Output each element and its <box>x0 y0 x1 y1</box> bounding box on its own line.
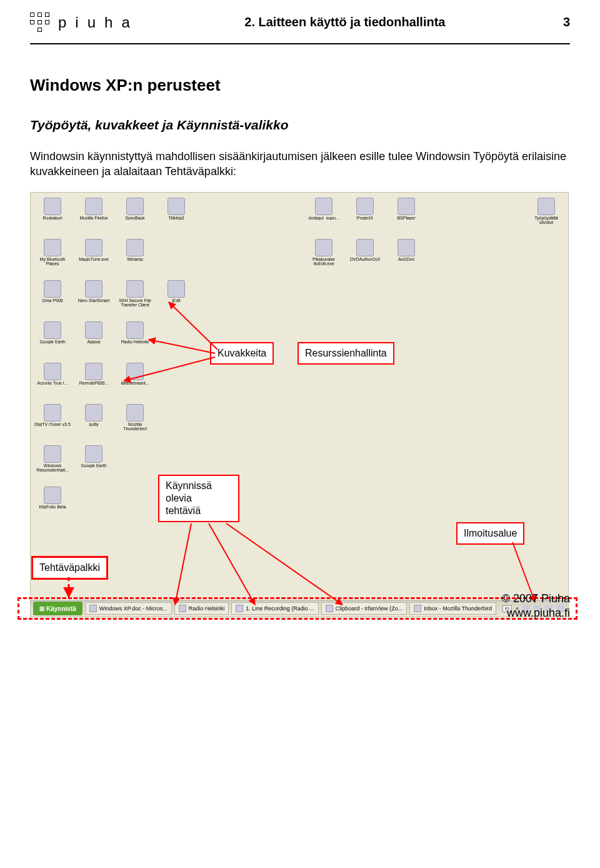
desktop-icon[interactable]: Roskakori <box>34 198 71 231</box>
taskbar-item-label: Clipboard - IrfanView (Zo... <box>336 605 402 612</box>
header-divider <box>30 43 570 44</box>
desktop-icon-label: Acronis True I... <box>37 381 68 385</box>
desktop-icon[interactable]: Pikakuvake IfoEdit.exe <box>306 239 342 273</box>
desktop-icon[interactable]: BSPlayer <box>388 198 424 231</box>
desktop-icon[interactable]: Oma P900 <box>34 280 71 314</box>
desktop-icon-label: Tilikirja3 <box>168 216 184 220</box>
app-icon <box>44 280 61 298</box>
desktop-icon-label: KlipFolio Beta <box>39 505 66 509</box>
app-icon <box>85 198 102 215</box>
desktop-icon-label: SyncBack <box>125 216 144 220</box>
page-heading: Windows XP:n perusteet <box>30 76 570 95</box>
desktop-icon-label: Avi2Dvd <box>398 257 414 261</box>
desktop-icon-label: BSPlayer <box>397 216 415 220</box>
app-icon <box>85 321 102 339</box>
desktop-icon-label: Google Earth <box>81 463 106 468</box>
app-icon <box>168 280 185 298</box>
taskbar-item-icon <box>414 605 421 612</box>
desktop-icon[interactable]: RemoteP800... <box>76 363 112 396</box>
taskbar-item[interactable]: Windows XP.doc - Micros... <box>85 602 172 615</box>
desktop-icon[interactable]: Windows Resurssienhall... <box>34 445 71 479</box>
desktop-icon[interactable]: ProjectX <box>347 198 383 231</box>
desktop-icon[interactable]: putty <box>76 404 112 438</box>
app-icon <box>85 404 102 421</box>
desktop-icon-label: My Bluetooth Places <box>34 257 71 266</box>
desktop-icon[interactable]: KlipFolio Beta <box>34 487 71 520</box>
desktop-icon-label: Nero StartSmart <box>78 298 110 303</box>
app-icon <box>126 404 144 421</box>
callout-taskbar: Tehtäväpalkki <box>31 556 108 580</box>
callout-explorer: Resurssienhallinta <box>298 342 394 365</box>
desktop-icon[interactable]: DVDAuthorGUI <box>347 239 383 273</box>
desktop-icon-label: laitetietokant... <box>121 381 149 385</box>
taskbar-item-icon <box>326 605 333 612</box>
desktop-icon-label: RemoteP800... <box>79 381 109 385</box>
desktop-icon-label: ProjectX <box>357 216 373 220</box>
app-icon <box>44 363 61 380</box>
app-icon <box>398 239 415 256</box>
desktop-icon[interactable]: Avi2Dvd <box>388 239 424 273</box>
app-icon <box>44 239 61 256</box>
desktop-icon-label: Mozilla Thunderbird <box>117 422 153 431</box>
desktop-icon[interactable]: My Bluetooth Places <box>34 239 71 273</box>
start-button[interactable]: ⊞ Käynnistä <box>33 602 82 615</box>
desktop-icon-label: Roskakori <box>42 216 62 220</box>
taskbar-item-label: 1. Line Recording (Radio ... <box>246 605 314 612</box>
desktop-icon[interactable]: Acronis True I... <box>34 363 71 396</box>
desktop-icon-label: Apassi <box>87 340 100 344</box>
logo-squares-icon <box>30 13 49 32</box>
app-icon <box>356 198 374 215</box>
desktop-icon[interactable]: Apassi <box>76 321 112 355</box>
windows-logo-icon: ⊞ <box>39 605 44 612</box>
app-icon <box>44 198 61 215</box>
desktop-icon[interactable]: DigiTV iTuner v3.5 <box>34 404 71 438</box>
page-number: 3 <box>551 15 570 29</box>
desktop-icon-label: putty <box>89 422 98 426</box>
taskbar-item[interactable]: Inbox - Mozilla Thunderbird <box>409 602 496 615</box>
taskbar-item-icon <box>236 605 243 612</box>
app-icon <box>44 321 61 339</box>
desktop-icon[interactable]: Radio Helsinki <box>117 321 153 355</box>
windows-taskbar: ⊞ Käynnistä Windows XP.doc - Micros...Ra… <box>31 600 568 617</box>
desktop-icon[interactable]: Tilikirja3 <box>158 198 194 231</box>
taskbar-item[interactable]: Radio Helsinki <box>174 602 229 615</box>
desktop-icon[interactable]: Winamp <box>117 239 153 273</box>
app-icon <box>85 445 102 463</box>
desktop-icon[interactable]: Mozilla Firefox <box>76 198 112 231</box>
taskbar-item-label: Radio Helsinki <box>189 605 225 612</box>
app-icon <box>44 487 61 504</box>
desktop-icon[interactable]: Työpöydältä siivotut <box>528 198 564 231</box>
desktop-icon[interactable]: Nero StartSmart <box>76 280 112 314</box>
desktop-icon[interactable]: SSH Secure File Transfer Client <box>117 280 153 314</box>
desktop-icon[interactable]: dvdagui_supo... <box>306 198 342 231</box>
desktop-icon[interactable]: SyncBack <box>117 198 153 231</box>
desktop-icon[interactable]: Google Earth <box>34 321 71 355</box>
desktop-icon-label: Google Earth <box>39 340 65 344</box>
taskbar-item[interactable]: Clipboard - IrfanView (Zo... <box>321 602 407 615</box>
desktop-icon[interactable]: jEdit <box>158 280 194 314</box>
app-icon <box>126 363 144 380</box>
app-icon <box>126 280 144 298</box>
app-icon <box>356 239 374 256</box>
desktop-icon[interactable]: MagicTune.exe <box>76 239 112 273</box>
app-icon <box>168 198 185 215</box>
taskbar-item-icon <box>89 605 97 612</box>
app-icon <box>126 198 144 215</box>
desktop-icon-label: Winamp <box>127 257 143 261</box>
desktop-icon[interactable]: laitetietokant... <box>117 363 153 396</box>
desktop-icon[interactable]: Mozilla Thunderbird <box>117 404 153 438</box>
app-icon <box>315 198 332 215</box>
app-icon <box>85 239 102 256</box>
brand-logo: piuha <box>30 13 139 32</box>
app-icon <box>126 321 144 339</box>
app-icon <box>126 239 144 256</box>
section-title: 2. Laitteen käyttö ja tiedonhallinta <box>139 15 551 29</box>
desktop-icon-label: Windows Resurssienhall... <box>34 463 71 472</box>
windows-desktop-screenshot: RoskakoriMozilla FirefoxSyncBackTilikirj… <box>30 192 569 617</box>
desktop-icon[interactable]: Google Earth <box>76 445 112 479</box>
callout-icons: Kuvakkeita <box>210 342 274 365</box>
footer-copyright: © 2007 Piuha <box>502 592 570 606</box>
desktop-icon-label: Mozilla Firefox <box>79 216 108 220</box>
taskbar-item[interactable]: 1. Line Recording (Radio ... <box>231 602 319 615</box>
app-icon <box>85 280 102 298</box>
